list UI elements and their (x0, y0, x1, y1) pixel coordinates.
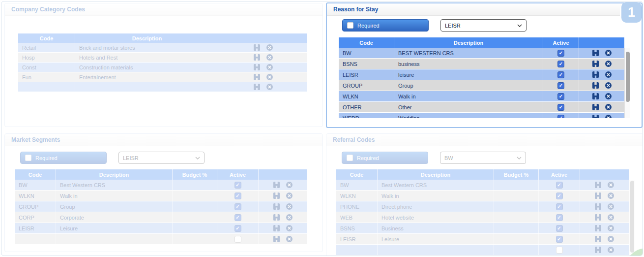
cell-actions (580, 201, 629, 212)
delete-icon[interactable] (605, 50, 612, 56)
delete-icon[interactable] (286, 203, 293, 210)
reason-dropdown[interactable]: LEISR (440, 19, 527, 32)
required-checkbox[interactable] (347, 22, 353, 29)
delete-icon[interactable] (608, 193, 614, 199)
delete-icon[interactable] (286, 193, 293, 199)
delete-icon[interactable] (608, 214, 614, 221)
page-frame: Company Category Codes CodeDescriptionRe… (1, 1, 643, 256)
delete-icon[interactable] (608, 236, 614, 242)
save-icon[interactable] (273, 193, 280, 199)
save-icon[interactable] (592, 93, 599, 99)
save-icon[interactable] (595, 214, 601, 221)
cell-code: CORP (15, 212, 56, 223)
cell-code: WLKN (339, 91, 394, 101)
table-row: RetailBrick and mortar stores (18, 43, 307, 53)
save-icon[interactable] (254, 64, 260, 70)
active-checkbox[interactable] (557, 71, 564, 78)
active-checkbox[interactable] (556, 182, 563, 189)
delete-icon[interactable] (608, 203, 614, 210)
delete-icon[interactable] (605, 115, 612, 118)
active-checkbox[interactable] (556, 225, 563, 232)
cell-actions (579, 80, 624, 91)
save-icon[interactable] (273, 225, 280, 231)
delete-icon[interactable] (605, 93, 612, 99)
save-icon[interactable] (254, 54, 260, 61)
active-checkbox[interactable] (556, 193, 563, 199)
save-icon[interactable] (273, 236, 280, 242)
referral-dropdown[interactable]: BW (440, 152, 526, 164)
delete-icon[interactable] (286, 236, 293, 242)
save-icon[interactable] (595, 247, 601, 253)
save-icon[interactable] (254, 74, 260, 80)
active-checkbox[interactable] (557, 82, 564, 89)
save-icon[interactable] (592, 71, 599, 78)
required-button[interactable]: Required (342, 152, 428, 164)
cell-active (539, 191, 580, 201)
active-checkbox[interactable] (557, 104, 564, 111)
save-icon[interactable] (595, 203, 601, 210)
column-header: Code (15, 169, 56, 180)
active-checkbox[interactable] (556, 236, 563, 243)
save-icon[interactable] (595, 236, 601, 242)
active-checkbox[interactable] (556, 214, 563, 221)
cell-code: WLKN (336, 191, 378, 201)
save-icon[interactable] (592, 82, 599, 89)
cell-code (18, 82, 75, 92)
save-icon[interactable] (254, 44, 260, 51)
active-checkbox[interactable] (557, 93, 564, 100)
required-checkbox[interactable] (347, 155, 353, 161)
delete-icon[interactable] (266, 44, 273, 51)
save-icon[interactable] (592, 50, 599, 56)
required-button[interactable]: Required (20, 152, 107, 164)
required-button[interactable]: Required (342, 19, 429, 32)
delete-icon[interactable] (605, 61, 612, 67)
delete-icon[interactable] (266, 54, 273, 61)
save-icon[interactable] (592, 115, 599, 118)
delete-icon[interactable] (286, 225, 293, 231)
save-icon[interactable] (273, 182, 280, 188)
delete-icon[interactable] (608, 225, 614, 231)
referral-codes-table: CodeDescriptionBudget %ActiveBWBest West… (336, 169, 635, 256)
company-category-table: CodeDescriptionRetailBrick and mortar st… (18, 33, 307, 92)
scrollbar-thumb[interactable] (626, 52, 630, 102)
save-icon[interactable] (273, 214, 280, 221)
active-checkbox[interactable] (234, 182, 241, 189)
delete-icon[interactable] (286, 214, 293, 221)
delete-icon[interactable] (605, 82, 612, 89)
table-scrollbar[interactable] (624, 48, 630, 118)
save-icon[interactable] (595, 193, 601, 199)
save-icon[interactable] (273, 203, 280, 210)
delete-icon[interactable] (266, 84, 273, 90)
active-checkbox[interactable] (234, 236, 241, 243)
cell-active (543, 91, 579, 101)
save-icon[interactable] (595, 182, 601, 188)
cell-actions (219, 53, 307, 62)
save-icon[interactable] (595, 225, 601, 231)
active-checkbox[interactable] (234, 214, 241, 221)
active-checkbox[interactable] (556, 247, 563, 254)
active-checkbox[interactable] (234, 225, 241, 232)
table-row (18, 82, 307, 92)
delete-icon[interactable] (266, 74, 273, 80)
scrollbar-thumb[interactable] (630, 181, 634, 253)
active-checkbox[interactable] (234, 193, 241, 199)
required-checkbox[interactable] (25, 155, 31, 161)
save-icon[interactable] (592, 104, 599, 110)
delete-icon[interactable] (608, 247, 614, 253)
delete-icon[interactable] (286, 182, 293, 188)
save-icon[interactable] (254, 84, 260, 90)
market-dropdown[interactable]: LEISR (118, 152, 205, 164)
active-checkbox[interactable] (557, 50, 564, 57)
delete-icon[interactable] (605, 104, 612, 110)
delete-icon[interactable] (605, 71, 612, 78)
active-checkbox[interactable] (556, 203, 563, 210)
delete-icon[interactable] (608, 182, 614, 188)
active-checkbox[interactable] (557, 115, 564, 119)
panel-title: Referral Codes (326, 134, 643, 146)
table-row (15, 234, 307, 245)
active-checkbox[interactable] (234, 203, 241, 210)
delete-icon[interactable] (266, 64, 273, 70)
active-checkbox[interactable] (557, 61, 564, 67)
table-scrollbar[interactable] (629, 180, 635, 256)
save-icon[interactable] (592, 61, 599, 67)
